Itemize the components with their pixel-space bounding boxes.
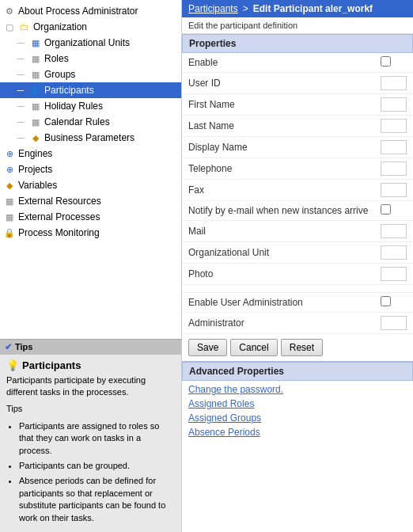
table-row: Enable (182, 53, 413, 73)
sidebar-item-label: Calendar Rules (44, 116, 110, 127)
field-value (374, 264, 413, 285)
field-label: Mail (182, 221, 374, 242)
tips-header: ✔ Tips (0, 340, 181, 355)
sidebar-item-label: Engines (18, 148, 52, 159)
photo-input[interactable] (381, 267, 407, 281)
sidebar-tree: ⚙ About Process Administrator ▢ 🗀 Organi… (0, 0, 181, 339)
notify-checkbox[interactable] (381, 204, 391, 215)
variable-icon: ◆ (3, 179, 16, 192)
field-value (374, 180, 413, 201)
sidebar-item-label: Roles (44, 53, 69, 64)
assigned-groups-link[interactable]: Assigned Groups (188, 412, 407, 424)
org-unit-input[interactable] (381, 245, 407, 260)
field-label: Enable (182, 53, 374, 73)
sidebar-item-about[interactable]: ⚙ About Process Administrator (0, 3, 181, 19)
dash-icon: ─ (14, 68, 27, 81)
sidebar-item-organization[interactable]: ▢ 🗀 Organization (0, 19, 181, 35)
sidebar-item-holiday-rules[interactable]: ─ ▦ Holiday Rules (0, 98, 181, 114)
table-row: Telephone (182, 158, 413, 180)
sidebar-item-external-processes[interactable]: ▦ External Processes (0, 209, 181, 225)
sidebar-item-label: Groups (44, 69, 75, 80)
participants-icon: 👤 (29, 84, 42, 97)
breadcrumb-link[interactable]: Participants (188, 3, 238, 14)
groups-icon: ▦ (29, 68, 42, 81)
fax-input[interactable] (381, 183, 407, 197)
telephone-input[interactable] (381, 162, 407, 176)
sidebar-item-label: Projects (18, 164, 52, 175)
field-value (374, 293, 413, 313)
sidebar-item-label: Holiday Rules (44, 101, 103, 112)
advanced-section: Advanced Properties Change the password.… (182, 361, 413, 441)
properties-table: Enable User ID First Name Last Name Disp… (182, 53, 413, 334)
external-icon: ▦ (3, 195, 16, 207)
breadcrumb: Participants > Edit Participant aler_wor… (182, 0, 413, 17)
sidebar-item-label: Variables (18, 180, 57, 191)
table-row: Organizational Unit (182, 242, 413, 264)
org-icon: ▦ (29, 36, 42, 49)
firstname-input[interactable] (381, 97, 407, 112)
sidebar-item-participants[interactable]: ─ 👤 Participants (0, 82, 181, 98)
displayname-input[interactable] (381, 140, 407, 154)
field-value (374, 73, 413, 94)
table-row: Administrator (182, 313, 413, 334)
enable-checkbox[interactable] (381, 56, 391, 66)
tips-header-label: Tips (15, 342, 32, 352)
calendar2-icon: ▦ (29, 116, 42, 128)
table-row: Notify by e-mail when new instances arri… (182, 201, 413, 221)
sidebar-item-label: Business Parameters (44, 132, 135, 143)
sidebar-item-roles[interactable]: ─ ▦ Roles (0, 51, 181, 66)
properties-section-header: Properties (182, 34, 413, 53)
userid-input[interactable] (381, 76, 407, 90)
enable-admin-checkbox[interactable] (381, 296, 391, 306)
sidebar-item-calendar-rules[interactable]: ─ ▦ Calendar Rules (0, 114, 181, 130)
table-row: First Name (182, 94, 413, 116)
field-value (374, 53, 413, 73)
sidebar-item-external-resources[interactable]: ▦ External Resources (0, 193, 181, 209)
tips-label: Tips (6, 403, 175, 415)
tips-content: 💡 Participants Participants participate … (0, 355, 181, 532)
list-item: Absence periods can be defined for parti… (19, 475, 175, 524)
field-label: Last Name (182, 116, 374, 137)
absence-periods-link[interactable]: Absence Periods (188, 427, 407, 438)
bulb-icon: 💡 (6, 359, 19, 371)
subtitle: Edit the participant definition (182, 17, 413, 34)
lastname-input[interactable] (381, 119, 407, 133)
field-label: Administrator (182, 313, 374, 334)
administrator-input[interactable] (381, 316, 407, 330)
sidebar-item-projects[interactable]: ⊕ Projects (0, 162, 181, 177)
sidebar-item-variables[interactable]: ◆ Variables (0, 177, 181, 193)
sidebar-item-label: Organization (33, 21, 87, 32)
field-label: Display Name (182, 137, 374, 158)
tips-list: Participants are assigned to roles so th… (6, 420, 175, 524)
mail-input[interactable] (381, 224, 407, 238)
sidebar-item-label: About Process Administrator (18, 6, 138, 17)
field-label: Organizational Unit (182, 242, 374, 264)
field-label: Telephone (182, 158, 374, 180)
dash-icon: ─ (14, 100, 27, 112)
sidebar-item-org-units[interactable]: ─ ▦ Organizational Units (0, 35, 181, 51)
sidebar-item-label: External Processes (18, 211, 100, 222)
roles-icon: ▦ (29, 52, 42, 65)
list-item: Participants can be grouped. (19, 460, 175, 472)
dash-icon: ─ (14, 116, 27, 128)
sidebar-item-business-params[interactable]: ─ ◆ Business Parameters (0, 130, 181, 146)
cancel-button[interactable]: Cancel (230, 339, 277, 356)
sidebar-item-process-monitoring[interactable]: 🔒 Process Monitoring (0, 225, 181, 241)
advanced-links: Change the password. Assigned Roles Assi… (182, 381, 413, 441)
assigned-roles-link[interactable]: Assigned Roles (188, 398, 407, 409)
advanced-properties-header: Advanced Properties (182, 362, 413, 381)
sidebar-item-groups[interactable]: ─ ▦ Groups (0, 66, 181, 82)
tips-section: ✔ Tips 💡 Participants Participants parti… (0, 339, 181, 532)
save-button[interactable]: Save (188, 339, 227, 356)
sidebar-item-label: Organizational Units (44, 37, 130, 48)
sidebar-item-engines[interactable]: ⊕ Engines (0, 146, 181, 162)
properties-panel: Properties Enable User ID First Name Las… (182, 34, 413, 532)
expand-icon: ▢ (3, 21, 16, 33)
reset-button[interactable]: Reset (281, 339, 323, 356)
change-password-link[interactable]: Change the password. (188, 384, 407, 395)
calendar-icon: ▦ (29, 100, 42, 112)
engine-icon: ⊕ (3, 147, 16, 160)
field-value (374, 116, 413, 137)
table-row (182, 285, 413, 293)
field-label: Notify by e-mail when new instances arri… (182, 201, 374, 221)
